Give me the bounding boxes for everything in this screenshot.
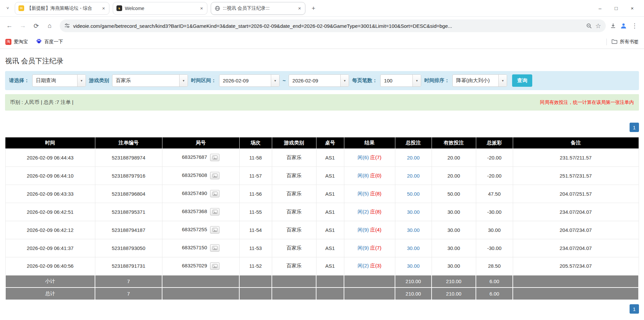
zoom-icon[interactable]	[586, 23, 592, 29]
tab-close-icon[interactable]: ×	[101, 5, 106, 11]
cell-remark: 234.07/204.07	[513, 239, 639, 257]
cell-remark: 231.57/211.57	[513, 148, 639, 167]
bet-records-table: 时间 注单编号 局号 场次 游戏类别 桌号 结果 总投注 有效投注 总派彩 备注…	[5, 137, 639, 300]
total-bet-link[interactable]: 30.00	[407, 263, 420, 269]
bookmark-baidu[interactable]: 百度一下	[36, 38, 63, 45]
new-tab-button[interactable]: +	[309, 4, 318, 13]
back-button[interactable]: ←	[3, 20, 15, 32]
tab-strip: ˅ ✉ 【新提醒】海燕策略论坛 - 综合 × ♞ Welcome × :::视讯…	[0, 0, 644, 17]
cell-result: 闲(2) 庄(8)	[344, 203, 395, 221]
window-controls: – □ ×	[596, 5, 641, 11]
date-end-select[interactable]: 2026-02-09 ▾	[289, 74, 349, 87]
total-bet-link[interactable]: 20.00	[407, 173, 420, 179]
subtotal-payout: 6.00	[476, 275, 513, 287]
total-bet-link[interactable]: 30.00	[407, 245, 420, 251]
reload-button[interactable]: ⟳	[30, 20, 42, 32]
query-type-select[interactable]: 日期查询 ▾	[32, 74, 86, 87]
close-window-button[interactable]: ×	[629, 5, 636, 11]
round-image-button[interactable]	[210, 154, 219, 161]
cell-session: 11-52	[239, 257, 272, 275]
chevron-down-icon[interactable]: ▾	[412, 75, 421, 86]
tab-welcome[interactable]: ♞ Welcome ×	[113, 2, 207, 15]
total-bet-link[interactable]: 30.00	[407, 227, 420, 233]
table-row: 2026-02-09 06:42:12 523188794187 6832572…	[5, 221, 639, 239]
page-1-button[interactable]: 1	[630, 304, 639, 314]
round-image-button[interactable]	[210, 244, 219, 252]
total-row: 总计 7 210.00 210.00 6.00	[5, 287, 639, 300]
result-banker: 庄(7)	[370, 245, 381, 251]
subtotal-row: 小计 7 210.00 210.00 6.00	[5, 275, 639, 287]
bookmark-taobao[interactable]: 淘 爱淘宝	[5, 39, 28, 45]
cell-bet-id: 523188798974	[95, 148, 162, 167]
cell-session: 11-58	[239, 148, 272, 167]
total-bet-link[interactable]: 30.00	[407, 209, 420, 215]
profile-avatar-icon[interactable]	[620, 22, 627, 29]
tab-search-icon[interactable]: ˅	[3, 4, 12, 13]
cell-round: 683257368	[162, 203, 239, 221]
cell-payout: -20.00	[476, 148, 513, 167]
url-bar[interactable]: videoie.com/game/betrecord_search/kind3?…	[60, 19, 606, 32]
forum-favicon-icon: ✉	[18, 5, 24, 11]
tab-close-icon[interactable]: ×	[199, 5, 204, 11]
tab-close-icon[interactable]: ×	[297, 5, 302, 11]
cell-total-bet: 20.00	[395, 167, 432, 185]
search-button[interactable]: 查询	[512, 74, 532, 87]
cell-table: AS1	[316, 239, 344, 257]
baidu-paw-icon	[36, 38, 42, 45]
date-start-select[interactable]: 2026-02-09 ▾	[219, 74, 280, 87]
result-player: 闲(8)	[358, 173, 369, 178]
cell-bet-id: 523188797916	[95, 167, 162, 185]
cell-table: AS1	[316, 221, 344, 239]
result-player: 闲(5)	[358, 191, 369, 196]
cell-game: 百家乐	[272, 167, 316, 185]
chevron-down-icon[interactable]: ▾	[77, 75, 86, 86]
cell-time: 2026-02-09 06:41:37	[5, 239, 95, 257]
forward-button[interactable]: →	[17, 20, 29, 32]
cell-result: 闲(9) 庄(4)	[344, 221, 395, 239]
per-page-select[interactable]: 100 ▾	[380, 74, 421, 87]
chevron-down-icon[interactable]: ▾	[271, 75, 279, 86]
chevron-down-icon[interactable]: ▾	[498, 75, 507, 86]
minimize-button[interactable]: –	[596, 5, 604, 11]
cell-table: AS1	[316, 257, 344, 275]
welcome-favicon-icon: ♞	[116, 5, 122, 11]
cell-round: 683257150	[162, 239, 239, 257]
browser-menu-icon[interactable]: ⋮	[631, 22, 639, 29]
toolbar-right-icons: ⋮	[610, 22, 641, 29]
cell-round: 683257029	[162, 257, 239, 275]
per-page-label: 每页笔数：	[352, 77, 377, 84]
tab-bet-records[interactable]: :::视讯 会员下注纪录::: ×	[211, 2, 305, 15]
page-content: 视讯 会员下注纪录 请选择： 日期查询 ▾ 游戏类别 百家乐 ▾ 时间区间： 2…	[0, 49, 644, 314]
round-image-button[interactable]	[210, 226, 219, 234]
round-image-button[interactable]	[210, 190, 219, 197]
total-count: 7	[95, 287, 162, 300]
game-type-select[interactable]: 百家乐 ▾	[112, 74, 188, 87]
home-button[interactable]: ⌂	[44, 20, 56, 32]
cell-round: 683257255	[162, 221, 239, 239]
total-bet-link[interactable]: 20.00	[407, 155, 420, 161]
cell-round: 683257490	[162, 185, 239, 203]
page-1-button[interactable]: 1	[630, 123, 639, 132]
chevron-down-icon[interactable]: ▾	[340, 75, 349, 86]
bookmark-star-icon[interactable]: ☆	[595, 22, 601, 30]
site-settings-icon[interactable]	[64, 23, 70, 28]
result-banker: 庄(8)	[370, 209, 381, 214]
all-bookmarks-button[interactable]: 所有书签	[611, 39, 639, 45]
downloads-icon[interactable]	[610, 22, 616, 29]
round-image-button[interactable]	[210, 208, 219, 215]
summary-notice: 同局有效投注，统一计算在该局第一张注单内	[540, 100, 634, 106]
total-bet-link[interactable]: 50.00	[407, 191, 420, 197]
url-text[interactable]: videoie.com/game/betrecord_search/kind3?…	[73, 23, 583, 29]
result-player: 闲(2)	[358, 209, 369, 214]
tab-forum[interactable]: ✉ 【新提醒】海燕策略论坛 - 综合 ×	[15, 2, 109, 15]
round-image-button[interactable]	[210, 262, 219, 270]
cell-valid-bet: 20.00	[432, 148, 476, 167]
game-type-label: 游戏类别	[89, 77, 109, 84]
round-image-button[interactable]	[210, 172, 219, 179]
round-number: 683257150	[182, 245, 207, 250]
chevron-down-icon[interactable]: ▾	[179, 75, 188, 86]
cell-table: AS1	[316, 203, 344, 221]
sort-select[interactable]: 降幂(由大到小) ▾	[452, 74, 507, 87]
table-row: 2026-02-09 06:43:33 523188796804 6832574…	[5, 185, 639, 203]
maximize-button[interactable]: □	[612, 5, 620, 11]
